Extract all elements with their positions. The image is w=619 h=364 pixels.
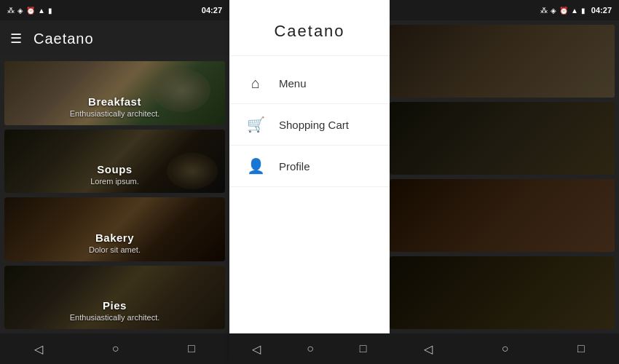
- right-time: 04:27: [591, 6, 612, 15]
- right-overlay-4: [390, 256, 615, 329]
- app-title: Caetano: [33, 31, 94, 47]
- right-overlay-3: [390, 179, 615, 252]
- menu-card-pies[interactable]: Pies Enthusiastically architect.: [4, 266, 225, 330]
- r-battery-icon: ▮: [581, 7, 586, 15]
- card-soups-sub: Lorem ipsum.: [12, 177, 218, 186]
- battery-icon: ▮: [48, 7, 52, 15]
- right-overlay-2: [390, 102, 615, 175]
- right-status-bar: ⁂ ◈ ⏰ ▲ ▮ 04:27: [390, 0, 619, 20]
- card-bakery-sub: Dolor sit amet.: [12, 245, 218, 254]
- card-breakfast-sub: Enthusiastically architect.: [12, 109, 218, 118]
- home-icon: ⌂: [247, 75, 264, 92]
- r-alarm-icon: ⏰: [559, 7, 568, 15]
- drawer-header: Caetano: [229, 0, 390, 56]
- card-pies-text: Pies Enthusiastically architect.: [4, 293, 225, 329]
- right-card-1: [390, 25, 615, 98]
- left-time: 04:27: [202, 6, 222, 15]
- drawer-item-profile[interactable]: 👤 Profile: [229, 146, 390, 187]
- card-soups-name: Soups: [12, 163, 218, 175]
- left-app-bar: ☰ Caetano: [0, 20, 229, 57]
- right-back-button[interactable]: ◁: [409, 336, 447, 362]
- drawer-recents-button[interactable]: □: [345, 336, 382, 361]
- right-card-3: [390, 179, 615, 252]
- drawer-home-button[interactable]: ○: [292, 336, 328, 361]
- hamburger-icon[interactable]: ☰: [10, 31, 22, 47]
- drawer-cart-label: Shopping Cart: [279, 119, 349, 131]
- navigation-drawer: Caetano ⌂ Menu 🛒 Shopping Cart 👤 Profile…: [229, 0, 390, 364]
- left-status-bar: ⁂ ◈ ⏰ ▲ ▮ 04:27: [0, 0, 229, 20]
- menu-card-bakery[interactable]: Bakery Dolor sit amet.: [4, 197, 225, 261]
- recents-button[interactable]: □: [173, 336, 210, 361]
- card-pies-name: Pies: [12, 299, 218, 312]
- drawer-items: ⌂ Menu 🛒 Shopping Cart 👤 Profile: [229, 56, 390, 333]
- drawer-back-button[interactable]: ◁: [237, 336, 275, 362]
- right-home-button[interactable]: ○: [487, 336, 524, 361]
- menu-list: Breakfast Enthusiastically architect. So…: [0, 57, 229, 333]
- drawer-profile-label: Profile: [279, 160, 310, 173]
- drawer-item-cart[interactable]: 🛒 Shopping Cart: [229, 104, 390, 146]
- card-bakery-name: Bakery: [12, 232, 218, 244]
- menu-card-breakfast[interactable]: Breakfast Enthusiastically architect.: [4, 61, 225, 125]
- right-recents-button[interactable]: □: [563, 336, 599, 361]
- back-button[interactable]: ◁: [20, 336, 58, 362]
- left-status-icons: ⁂ ◈ ⏰ ▲ ▮: [7, 7, 52, 15]
- right-card-2: [390, 102, 615, 175]
- right-overlay-1: [390, 25, 615, 98]
- right-card-4: [390, 256, 615, 329]
- r-bluetooth-icon: ⁂: [540, 7, 548, 15]
- cart-icon: 🛒: [247, 116, 264, 133]
- right-nav-bar: ◁ ○ □: [390, 333, 619, 364]
- menu-card-soups[interactable]: Soups Lorem ipsum.: [4, 130, 225, 194]
- left-phone: ⁂ ◈ ⏰ ▲ ▮ 04:27 ☰ Caetano Breakfast Enth…: [0, 0, 229, 364]
- card-soups-text: Soups Lorem ipsum.: [4, 157, 225, 193]
- right-phone-partial: ⁂ ◈ ⏰ ▲ ▮ 04:27 ◁ ○ □: [390, 0, 619, 364]
- left-nav-bar: ◁ ○ □: [0, 333, 229, 364]
- r-wifi-icon: ◈: [551, 7, 556, 15]
- card-bakery-text: Bakery Dolor sit amet.: [4, 226, 225, 261]
- alarm-icon: ⏰: [26, 7, 35, 15]
- drawer-title: Caetano: [244, 22, 375, 41]
- wifi-icon: ◈: [17, 7, 23, 15]
- drawer-nav-bar: ◁ ○ □: [229, 333, 390, 364]
- card-breakfast-text: Breakfast Enthusiastically architect.: [4, 90, 225, 125]
- home-button[interactable]: ○: [98, 336, 134, 361]
- card-breakfast-name: Breakfast: [12, 95, 218, 108]
- card-pies-sub: Enthusiastically architect.: [12, 313, 218, 322]
- r-signal-icon: ▲: [571, 7, 578, 15]
- right-content: [390, 20, 619, 333]
- person-icon: 👤: [247, 157, 264, 175]
- right-status-icons: ⁂ ◈ ⏰ ▲ ▮: [540, 7, 586, 15]
- drawer-menu-label: Menu: [279, 77, 307, 90]
- signal-icon: ▲: [38, 7, 45, 15]
- drawer-item-menu[interactable]: ⌂ Menu: [229, 63, 390, 104]
- bluetooth-icon: ⁂: [7, 7, 15, 15]
